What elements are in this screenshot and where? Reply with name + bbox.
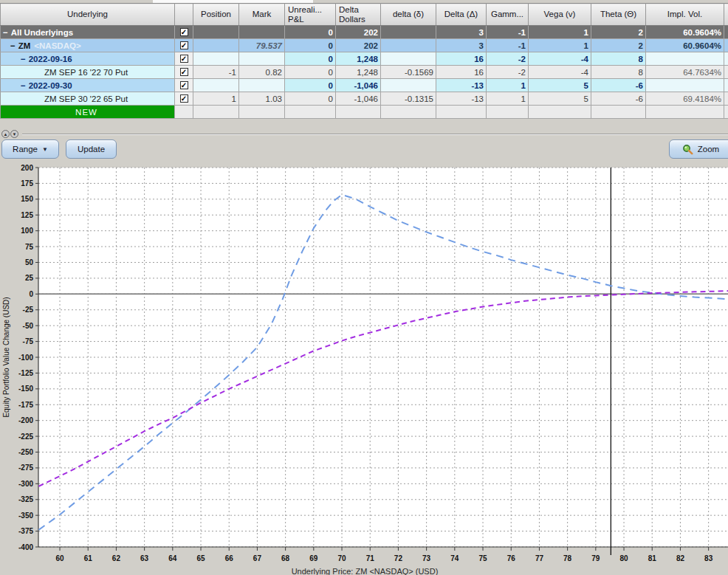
magnifier-icon <box>682 144 693 155</box>
mark-cell: 79.537 <box>239 39 285 52</box>
risk-profile-chart[interactable]: 2001751501251007550250-25-50-75-100-125-… <box>0 162 728 575</box>
include-checkbox[interactable]: ✓ <box>180 28 188 36</box>
checkbox-cell: ✓ <box>175 26 193 39</box>
pnl-cell: 0 <box>285 92 336 106</box>
underlying-cell[interactable]: ZM SEP 30 '22 65 Put <box>1 92 175 106</box>
checkbox-cell: ✓ <box>175 66 193 79</box>
include-checkbox[interactable]: ✓ <box>180 55 188 63</box>
zoom-button-label: Zoom <box>698 145 719 154</box>
theta-cell: 8 <box>591 52 646 66</box>
column-header-check[interactable] <box>175 4 193 26</box>
x-axis-title: Underlying Price: ZM <NASDAQ> (USD) <box>292 567 439 575</box>
x-tick-label: 68 <box>281 554 290 562</box>
table-row-zm[interactable]: −ZM<NASDAQ>✓79.53702023-11260.9604% <box>1 39 728 52</box>
impl_vol-cell: 64.7634% <box>646 66 724 79</box>
table-row-zm-sep-16-22-70-put[interactable]: ZM SEP 16 '22 70 Put✓-10.8201,248-0.1569… <box>1 66 728 79</box>
underlying-label: 2022-09-16 <box>29 55 72 63</box>
column-header-theta[interactable]: Theta (Θ) <box>591 4 646 26</box>
underlying-cell[interactable]: −2022-09-30 <box>1 79 175 92</box>
table-row-new[interactable]: NEW <box>1 106 728 119</box>
underlying-label: All Underlyings <box>11 28 73 37</box>
pnl-cell: 0 <box>285 39 336 52</box>
table-row-zm-sep-30-22-65-put[interactable]: ZM SEP 30 '22 65 Put✓11.030-1,046-0.1315… <box>1 92 728 106</box>
x-tick-label: 64 <box>168 554 177 562</box>
underlying-cell[interactable]: −ZM<NASDAQ> <box>1 39 175 52</box>
pnl-cell: 0 <box>285 26 336 39</box>
column-header-delta_dollars[interactable]: Delta Dollars <box>336 4 381 26</box>
vega-cell: 5 <box>529 79 591 92</box>
y-tick-label: 0 <box>29 290 33 298</box>
include-checkbox[interactable]: ✓ <box>180 94 188 103</box>
column-header-vega[interactable]: Vega (v) <box>529 4 591 26</box>
checkbox-cell: ✓ <box>175 39 193 52</box>
gamma-cell: -2 <box>487 66 529 79</box>
column-header-spacer <box>724 4 728 26</box>
mark-cell <box>239 52 285 66</box>
chart-panel: 2001751501251007550250-25-50-75-100-125-… <box>0 162 728 575</box>
collapse-toggle-icon[interactable]: − <box>3 28 8 37</box>
x-tick-label: 76 <box>507 554 516 562</box>
include-checkbox[interactable]: ✓ <box>180 68 188 76</box>
table-row-2022-09-16[interactable]: −2022-09-16✓01,24816-2-48 <box>1 52 728 66</box>
range-button-label: Range <box>13 145 38 154</box>
delta_cap-cell <box>436 106 487 119</box>
table-row-2022-09-30[interactable]: −2022-09-30✓0-1,046-1315-6 <box>1 79 728 92</box>
underlying-cell[interactable]: ZM SEP 16 '22 70 Put <box>1 66 175 79</box>
gamma-cell: -1 <box>487 26 529 39</box>
column-header-position[interactable]: Position <box>193 4 239 26</box>
risk-profile-window: UnderlyingPositionMarkUnreali... P&LDelt… <box>0 0 728 575</box>
underlying-cell[interactable]: −2022-09-16 <box>1 52 175 66</box>
column-header-impl_vol[interactable]: Impl. Vol. <box>646 4 724 26</box>
collapse-toggle-icon[interactable]: − <box>10 41 16 50</box>
column-header-gamma[interactable]: Gamm... <box>487 4 529 26</box>
gamma-cell <box>487 106 529 119</box>
range-dropdown-button[interactable]: Range ▼ <box>1 140 59 159</box>
x-tick-label: 63 <box>140 554 149 562</box>
spacer-cell <box>724 92 728 106</box>
x-tick-label: 77 <box>535 554 544 562</box>
y-tick-label: 200 <box>21 164 33 172</box>
spacer-cell <box>724 26 728 39</box>
column-header-delta_small[interactable]: delta (δ) <box>381 4 436 26</box>
spacer-cell <box>724 39 728 52</box>
theta-cell: 2 <box>591 39 646 52</box>
delta_dollars-cell: 1,248 <box>336 66 381 79</box>
pnl-cell: 0 <box>285 52 336 66</box>
table-row-all-underlyings[interactable]: −All Underlyings✓02023-11260.9604% <box>1 26 728 39</box>
y-tick-label: -300 <box>18 480 33 488</box>
gamma-cell: -1 <box>487 39 529 52</box>
splitter-collapse-down-button[interactable]: ▼ <box>10 130 18 138</box>
delta_cap-cell: 3 <box>436 39 487 52</box>
vega-cell <box>529 106 591 119</box>
delta_dollars-cell: 1,248 <box>336 52 381 66</box>
pnl-cell: 0 <box>285 79 336 92</box>
y-tick-label: -400 <box>18 543 33 551</box>
collapse-toggle-icon[interactable]: − <box>21 81 26 90</box>
x-tick-label: 70 <box>337 554 346 562</box>
update-button[interactable]: Update <box>66 140 117 159</box>
mark-cell <box>239 26 285 39</box>
delta_small-cell: -0.1315 <box>381 92 436 106</box>
delta_cap-cell: 16 <box>436 52 487 66</box>
collapse-toggle-icon[interactable]: − <box>21 55 26 63</box>
delta_dollars-cell: 202 <box>336 26 381 39</box>
panel-splitter[interactable] <box>22 134 728 135</box>
y-tick-label: 125 <box>21 211 33 219</box>
underlying-cell[interactable]: −All Underlyings <box>1 26 175 39</box>
column-header-pnl[interactable]: Unreali... P&L <box>285 4 336 26</box>
x-tick-label: 81 <box>648 554 657 562</box>
column-header-underlying[interactable]: Underlying <box>1 4 175 26</box>
delta_cap-cell: -13 <box>436 79 487 92</box>
include-checkbox[interactable]: ✓ <box>180 81 188 89</box>
checkbox-cell: ✓ <box>175 52 193 66</box>
zoom-button[interactable]: Zoom <box>669 140 728 159</box>
vega-cell: 5 <box>529 92 591 106</box>
y-tick-label: -100 <box>18 354 33 362</box>
column-header-delta_cap[interactable]: Delta (Δ) <box>436 4 487 26</box>
splitter-collapse-up-button[interactable]: ▲ <box>1 130 10 138</box>
x-tick-label: 74 <box>450 554 459 562</box>
column-header-mark[interactable]: Mark <box>239 4 285 26</box>
y-tick-label: -325 <box>18 495 33 503</box>
include-checkbox[interactable]: ✓ <box>180 41 188 49</box>
underlying-cell[interactable]: NEW <box>1 106 175 119</box>
